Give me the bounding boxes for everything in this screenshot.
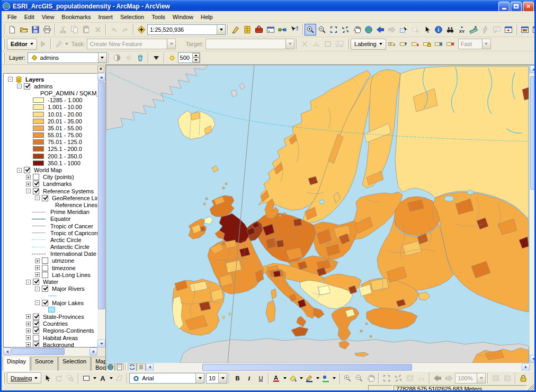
legend-swatch[interactable] <box>33 119 44 124</box>
legend-swatch[interactable] <box>33 126 44 131</box>
toc-scroll-thumb[interactable] <box>98 82 105 309</box>
spinner-up-button[interactable] <box>192 53 200 58</box>
toc-layer-label[interactable]: Prime Meridian <box>50 209 90 215</box>
legend-class-row[interactable]: 35.01 - 55.00 <box>4 124 97 131</box>
legend-swatch[interactable] <box>33 104 44 110</box>
legend-swatch[interactable] <box>33 112 44 117</box>
layer-visibility-checkbox[interactable] <box>42 300 48 306</box>
toc-layer-label[interactable]: International Date Line <box>50 251 97 257</box>
toc-layer-item-background[interactable]: +Background <box>4 341 97 348</box>
font-color-button[interactable]: A <box>271 372 282 384</box>
toc-layer-item-equator[interactable]: Equator <box>4 216 97 222</box>
legend-class-row[interactable]: 1.001 - 10.00 <box>4 104 97 111</box>
collapse-icon[interactable]: - <box>17 84 22 88</box>
map-scroll-up-icon[interactable] <box>530 65 536 73</box>
go-to-xy-tool[interactable]: XY <box>456 24 468 35</box>
command-line-button[interactable] <box>265 24 276 35</box>
line-color-dropdown[interactable] <box>315 377 320 379</box>
layer-visibility-checkbox[interactable] <box>33 335 39 341</box>
pan-tool[interactable] <box>351 24 363 35</box>
toc-layer-label[interactable]: Regions-Continents <box>42 327 94 334</box>
toc-layer-item-reference-lines[interactable]: Reference Lines <box>4 201 97 208</box>
toc-layer-label[interactable]: timezone <box>51 265 76 271</box>
font-size-arrow[interactable] <box>218 373 227 383</box>
toc-layer-item-admins[interactable]: -admins <box>4 83 97 90</box>
legend-class-row[interactable]: 350.1 - 1000 <box>4 159 97 166</box>
menu-edit[interactable]: Edit <box>21 12 38 22</box>
toc-layer-label[interactable]: utmzone <box>51 257 74 264</box>
overview-window-button[interactable] <box>519 24 531 35</box>
collapse-icon[interactable]: - <box>35 287 40 291</box>
layer-combo[interactable]: admins <box>28 52 107 63</box>
toc-layer-label[interactable]: Countries <box>42 320 68 327</box>
toc-layer-item-prime-meridian[interactable]: Prime Meridian <box>4 209 97 216</box>
menu-bookmarks[interactable]: Bookmarks <box>58 12 94 22</box>
refresh-view-button[interactable] <box>128 363 137 371</box>
fill-color-button[interactable] <box>287 372 299 384</box>
layer-visibility-checkbox[interactable] <box>42 195 48 201</box>
label-manager-button[interactable]: 2 <box>386 38 398 50</box>
layer-visibility-checkbox[interactable] <box>33 314 39 320</box>
font-combo-arrow[interactable] <box>195 373 204 383</box>
toc-close-icon[interactable]: × <box>97 66 104 73</box>
pause-drawing-button[interactable] <box>137 363 146 371</box>
bold-button[interactable]: B <box>231 372 243 384</box>
collapse-icon[interactable]: - <box>26 280 31 284</box>
toc-layer-item-antarctic-circle[interactable]: Antarctic Circle <box>4 244 97 251</box>
data-view-button[interactable] <box>106 363 115 371</box>
toc-layer-item-state-provinces[interactable]: +State-Provinces <box>4 313 97 320</box>
toc-layer-label[interactable]: Reference Systems <box>42 188 94 194</box>
scroll-down-icon[interactable] <box>97 340 105 348</box>
legend-class-row[interactable]: 20.01 - 35.00 <box>4 118 97 124</box>
expand-icon[interactable]: + <box>26 314 31 319</box>
scroll-up-icon[interactable] <box>97 73 105 81</box>
select-elements-tool-drawing[interactable] <box>41 372 53 384</box>
minimize-button[interactable] <box>498 2 510 12</box>
layer-visibility-checkbox[interactable] <box>33 327 39 334</box>
toc-layer-item-countries[interactable]: +Countries <box>4 320 97 327</box>
layer-visibility-checkbox[interactable] <box>33 279 39 285</box>
scale-combo-arrow[interactable] <box>217 25 225 34</box>
expand-icon[interactable]: + <box>35 259 40 263</box>
close-button[interactable]: × <box>523 2 534 12</box>
toc-layer-label[interactable]: Major Rivers <box>51 286 85 292</box>
toc-layer-item-major-lakes[interactable]: -Major Lakes <box>4 299 97 306</box>
map-hscroll-thumb[interactable] <box>202 364 412 371</box>
marker-color-button[interactable] <box>320 372 332 384</box>
layer-visibility-checkbox[interactable] <box>42 257 48 264</box>
font-combo[interactable]: OArial <box>129 373 204 384</box>
expand-icon[interactable]: + <box>26 322 31 326</box>
map-scroll-down-icon[interactable] <box>530 355 536 363</box>
find-tool[interactable] <box>444 24 456 35</box>
menu-file[interactable]: File <box>4 12 21 22</box>
add-data-button[interactable] <box>136 24 147 35</box>
toc-layer-label[interactable]: Tropic of Capricorn <box>50 230 97 236</box>
rectangle-tool[interactable] <box>81 372 92 384</box>
toc-layer-label[interactable]: GeoReference Lines <box>51 195 97 201</box>
toc-layer-item-layers[interactable]: -Layers <box>4 76 97 83</box>
toc-layer-item-landmarks[interactable]: +Landmarks <box>4 181 97 188</box>
legend-swatch[interactable] <box>33 97 44 103</box>
menu-insert[interactable]: Insert <box>94 12 117 22</box>
toc-vertical-scrollbar[interactable] <box>97 73 105 348</box>
pause-labeling-button[interactable] <box>433 38 444 50</box>
toc-layer-label[interactable]: Habitat Areas <box>42 335 78 341</box>
collapse-icon[interactable]: - <box>35 195 40 200</box>
labeling-menu-button[interactable]: Labeling <box>351 39 386 50</box>
arccatalog-button[interactable] <box>242 24 253 35</box>
toc-layer-label[interactable]: Major Lakes <box>51 300 84 306</box>
layer-visibility-checkbox[interactable] <box>33 188 39 194</box>
label-weight-button[interactable] <box>409 38 421 50</box>
map-horizontal-scrollbar[interactable] <box>106 363 530 371</box>
print-button[interactable] <box>41 24 53 35</box>
fill-color-dropdown[interactable] <box>299 377 303 379</box>
layer-visibility-checkbox[interactable] <box>33 181 39 187</box>
editor-menu-button[interactable]: Editor <box>7 39 37 50</box>
toc-layer-item-georeference-lines[interactable]: -GeoReference Lines <box>4 194 97 201</box>
toc-layer-label[interactable]: Tropic of Cancer <box>50 223 93 229</box>
toc-layer-item-world-map[interactable]: -World Map <box>4 166 97 173</box>
collapse-icon[interactable]: - <box>8 77 13 82</box>
flicker-tool[interactable] <box>166 52 178 64</box>
legend-class-row[interactable]: -1285 - 1.000 <box>4 97 97 104</box>
collapse-icon[interactable]: - <box>35 300 40 305</box>
